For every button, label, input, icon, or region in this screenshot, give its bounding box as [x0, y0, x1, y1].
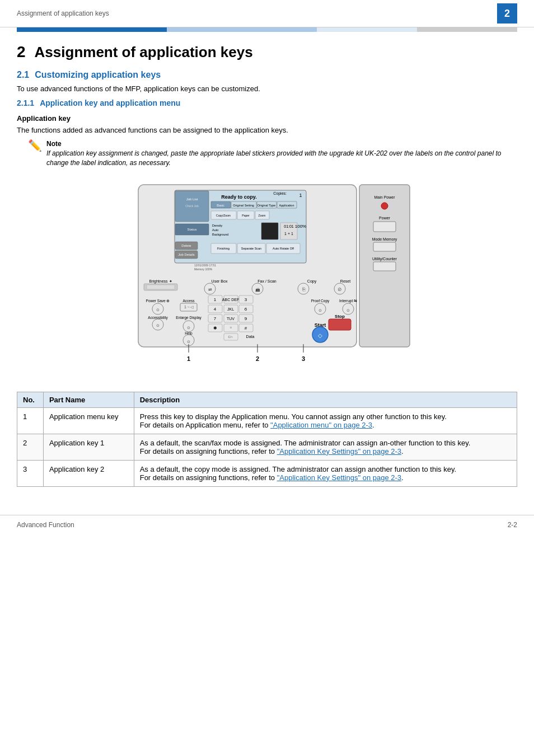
- table-header-no: No.: [17, 392, 44, 407]
- table-cell-description: Press this key to display the Applicatio…: [134, 407, 517, 434]
- section-2-1-number: 2.1: [17, 70, 29, 80]
- section-2-1-1-heading: 2.1.1 Application key and application me…: [17, 98, 517, 107]
- svg-text:01:01: 01:01: [284, 224, 294, 228]
- svg-text:1: 1: [299, 192, 302, 198]
- svg-text:⊙: ⊙: [156, 323, 160, 327]
- svg-text:⁰: ⁰: [230, 326, 232, 330]
- svg-text:Zoom: Zoom: [259, 214, 266, 217]
- svg-text:Main Power: Main Power: [374, 195, 396, 199]
- svg-text:Separate Scan: Separate Scan: [241, 247, 261, 250]
- svg-text:9: 9: [245, 316, 247, 321]
- svg-text:1: 1: [214, 297, 217, 302]
- note-content: Note If application key assignment is ch…: [46, 140, 517, 168]
- main-content: 2 Assignment of application keys 2.1 Cus…: [0, 32, 534, 504]
- svg-text:Check Job: Check Job: [185, 204, 199, 208]
- svg-text:JKL: JKL: [227, 307, 234, 311]
- table-cell-no: 2: [17, 434, 44, 460]
- section-2-1-1-number: 2.1.1: [17, 98, 34, 107]
- svg-text:TUV: TUV: [227, 317, 235, 321]
- svg-text:Delete: Delete: [181, 244, 191, 247]
- svg-text:7: 7: [214, 316, 217, 321]
- svg-text:Background: Background: [212, 233, 228, 236]
- svg-text:2: 2: [256, 355, 259, 362]
- svg-text:Utility/Counter: Utility/Counter: [372, 257, 397, 261]
- table-cell-no: 3: [17, 460, 44, 486]
- section-2-1-heading: 2.1 Customizing application keys: [17, 70, 517, 80]
- svg-text:Copies:: Copies:: [273, 191, 287, 196]
- svg-text:Fax / Scan: Fax / Scan: [257, 279, 277, 283]
- table-cell-part-name: Application key 2: [43, 460, 134, 486]
- note-label: Note: [46, 140, 517, 148]
- svg-text:Power Save ⊕: Power Save ⊕: [146, 299, 170, 303]
- table-row: 3 Application key 2 As a default, the co…: [17, 460, 517, 486]
- table-row: 2 Application key 1 As a default, the sc…: [17, 434, 517, 460]
- table-cell-no: 1: [17, 407, 44, 434]
- svg-text:Mode Memory: Mode Memory: [372, 237, 397, 242]
- application-key-body: The functions added as advanced function…: [17, 126, 517, 134]
- svg-text:Interrupt ⇋: Interrupt ⇋: [339, 299, 357, 303]
- svg-text:Original Setting: Original Setting: [233, 204, 254, 207]
- mfp-diagram-container: Job List Check Job Status Ready to copy.…: [17, 179, 517, 381]
- svg-text:3: 3: [245, 297, 247, 302]
- svg-text:Finishing: Finishing: [217, 247, 229, 250]
- svg-text:⊙: ⊙: [318, 308, 322, 312]
- svg-rect-108: [329, 319, 351, 330]
- svg-text:12/01/2009  17:51: 12/01/2009 17:51: [194, 264, 216, 267]
- svg-text:1: 1: [187, 355, 190, 362]
- chapter-heading: 2 Assignment of application keys: [17, 43, 517, 61]
- svg-point-114: [381, 203, 388, 209]
- section-2-1-title: Customizing application keys: [35, 70, 161, 80]
- footer-right-text: 2-2: [508, 521, 517, 529]
- svg-text:Application: Application: [279, 204, 294, 207]
- svg-text:Ready to copy.: Ready to copy.: [221, 194, 256, 200]
- svg-text:⊙: ⊙: [187, 326, 190, 330]
- svg-text:Basic: Basic: [217, 204, 224, 207]
- svg-text:4: 4: [214, 307, 217, 312]
- svg-text:Original Type: Original Type: [257, 204, 275, 207]
- parts-table: No. Part Name Description 1 Application …: [17, 392, 517, 487]
- footer-left-text: Advanced Function: [17, 521, 74, 529]
- svg-text:Memory         100%: Memory 100%: [194, 267, 213, 271]
- svg-rect-120: [373, 262, 396, 271]
- svg-text:⊙: ⊙: [346, 308, 350, 312]
- svg-text:Copy/Zoom: Copy/Zoom: [216, 214, 231, 217]
- svg-text:Data: Data: [246, 335, 255, 339]
- svg-text:Copy: Copy: [307, 279, 317, 284]
- svg-text:Proof Copy: Proof Copy: [311, 299, 330, 303]
- svg-text:100%: 100%: [295, 224, 306, 229]
- svg-text:Paper: Paper: [242, 214, 250, 217]
- svg-rect-118: [373, 242, 396, 251]
- link-application-menu[interactable]: "Application menu" on page 2-3: [270, 421, 372, 429]
- svg-text:Auto: Auto: [212, 228, 218, 232]
- page-number-box: 2: [497, 3, 517, 24]
- header: Assignment of application keys 2: [0, 0, 534, 27]
- table-cell-description: As a default, the copy mode is assigned.…: [134, 460, 517, 486]
- svg-text:Density: Density: [212, 224, 223, 227]
- svg-text:Job List: Job List: [186, 198, 198, 201]
- table-header-part-name: Part Name: [43, 392, 134, 407]
- svg-rect-116: [373, 222, 396, 232]
- section-2-1-body: To use advanced functions of the MFP, ap…: [17, 84, 517, 93]
- table-header-description: Description: [134, 392, 517, 407]
- svg-text:ABC DEF: ABC DEF: [222, 298, 239, 302]
- svg-text:Power: Power: [379, 216, 391, 220]
- svg-text:C/○: C/○: [228, 335, 233, 339]
- svg-text:3: 3: [302, 355, 305, 362]
- svg-text:1→◁: 1→◁: [184, 305, 194, 309]
- svg-text:Status: Status: [187, 228, 196, 231]
- svg-rect-50: [147, 285, 175, 289]
- table-cell-description: As a default, the scan/fax mode is assig…: [134, 434, 517, 460]
- svg-text:#: #: [245, 326, 247, 331]
- application-key-subheading: Application key: [17, 114, 517, 123]
- note-icon: ✏️: [28, 140, 42, 151]
- svg-text:User Box: User Box: [212, 279, 228, 283]
- svg-rect-27: [261, 223, 278, 240]
- note-text: If application key assignment is changed…: [46, 149, 517, 168]
- svg-text:✱: ✱: [213, 326, 217, 331]
- link-app-key-settings-2[interactable]: "Application Key Settings" on page 2-3: [277, 473, 401, 482]
- chapter-number: 2: [17, 43, 26, 61]
- header-title: Assignment of application keys: [17, 10, 109, 17]
- table-row: 1 Application menu key Press this key to…: [17, 407, 517, 434]
- link-app-key-settings-1[interactable]: "Application Key Settings" on page 2-3: [277, 447, 401, 456]
- svg-text:Reset: Reset: [340, 279, 350, 283]
